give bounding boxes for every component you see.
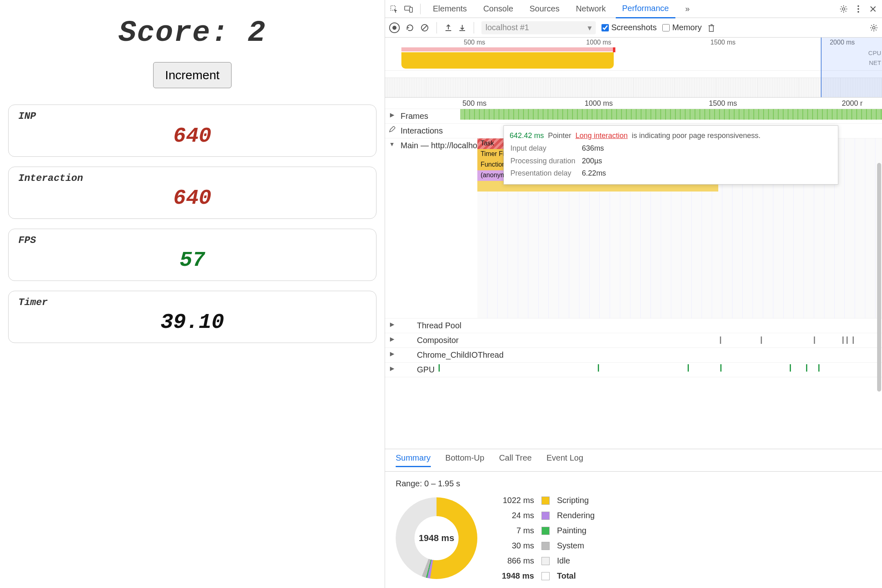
gc-icon[interactable] [707,23,715,32]
cpu-scripting-blob [401,52,614,69]
tooltip-long-interaction-link[interactable]: Long interaction [575,131,628,140]
svg-point-4 [858,5,859,7]
memory-checkbox[interactable]: Memory [662,23,702,32]
compositor-track[interactable]: ▶ Compositor [385,333,882,348]
summary-tab-calltree[interactable]: Call Tree [499,453,532,467]
collapse-icon[interactable]: ▼ [385,138,399,147]
summary-donut: 1948 ms [396,497,477,579]
metric-card-fps: FPS 57 [8,229,376,281]
svg-rect-2 [410,7,412,12]
svg-line-9 [422,25,427,30]
overview-thumbnails [385,78,882,97]
frames-track[interactable]: ▶ Frames [385,109,882,124]
record-button[interactable] [389,22,400,33]
tt-v: 200µs [582,155,606,167]
legend-swatch [541,527,550,535]
svg-point-7 [392,26,396,30]
summary-tabs: Summary Bottom-Up Call Tree Event Log [385,449,882,472]
legend-ms: 24 ms [502,511,534,520]
gear-icon[interactable] [838,3,849,15]
legend-ms: 1022 ms [502,496,534,505]
expand-icon[interactable]: ▶ [385,109,399,123]
legend-ms: 30 ms [502,541,534,550]
screenshots-checkbox-input[interactable] [601,24,609,31]
tab-network[interactable]: Network [569,0,612,18]
kebab-icon[interactable] [853,3,864,15]
scrollbar[interactable] [877,163,881,392]
svg-rect-10 [709,26,713,31]
ruler-tick: 1500 ms [710,39,735,46]
metric-value: 640 [18,124,366,148]
child-io-track[interactable]: ▶ Chrome_ChildIOThread [385,348,882,363]
expand-icon[interactable]: ▶ [385,348,399,362]
metric-value: 39.10 [18,310,366,334]
divider [437,22,437,33]
overview-cpu [385,47,882,70]
tab-sources[interactable]: Sources [523,0,566,18]
summary-tab-bottomup[interactable]: Bottom-Up [445,453,485,467]
metric-card-timer: Timer 39.10 [8,291,376,343]
ruler-tick: 500 ms [463,99,487,108]
upload-icon[interactable] [444,24,452,32]
summary-tab-summary[interactable]: Summary [396,453,431,467]
profile-selector[interactable]: localhost #1 ▾ [481,21,596,34]
metric-label: INP [18,111,366,122]
increment-button[interactable]: Increment [153,62,231,88]
long-task-marker [613,47,615,52]
edit-icon[interactable] [385,124,399,138]
tab-performance[interactable]: Performance [616,0,676,18]
expand-icon[interactable]: ▶ [385,318,399,333]
metric-label: Interaction [18,173,366,184]
clear-button[interactable] [420,23,429,32]
metric-label: FPS [18,235,366,246]
interactions-track[interactable]: Interactions 642.42 ms Pointer Long inte… [385,124,882,138]
perf-toolbar: localhost #1 ▾ Screenshots Memory [385,18,882,38]
frames-label: Frames [399,109,460,123]
overview-strip[interactable]: 500 ms 1000 ms 1500 ms 2000 ms CPU NET [385,38,882,98]
expand-icon[interactable]: ▶ [385,333,399,347]
capture-settings-gear-icon[interactable] [870,24,878,32]
tab-more[interactable]: » [679,0,696,18]
legend-name: Total [557,571,595,581]
profile-selector-value: localhost #1 [486,23,529,32]
legend-swatch [541,497,550,505]
devtools-pane: Elements Console Sources Network Perform… [385,0,882,588]
ruler-tick: 500 ms [464,39,485,46]
svg-point-3 [842,8,845,10]
tab-console[interactable]: Console [477,0,519,18]
legend-name: Scripting [557,496,595,505]
tab-elements[interactable]: Elements [426,0,473,18]
expand-icon[interactable]: ▶ [385,363,399,377]
metric-card-interaction: Interaction 640 [8,167,376,219]
legend-ms: 7 ms [502,526,534,535]
metric-card-inp: INP 640 [8,105,376,157]
frames-body [460,109,882,120]
memory-label: Memory [672,23,702,32]
metric-value: 57 [18,248,366,272]
memory-checkbox-input[interactable] [662,24,670,31]
metric-value: 640 [18,186,366,210]
thread-pool-track[interactable]: ▶ Thread Pool [385,318,882,333]
gpu-track[interactable]: ▶ GPU [385,363,882,377]
track-body [461,318,882,333]
score-heading: Score: 2 [118,16,266,50]
gpu-body [434,363,882,373]
compositor-label: Compositor [399,333,459,347]
flame-chart[interactable]: 500 ms 1000 ms 1500 ms 2000 r ▶ Frames I… [385,98,882,449]
tt-k: Input delay [510,143,581,154]
ruler-tick: 1000 ms [586,39,611,46]
legend-name: Painting [557,526,595,535]
ruler-tick: 1500 ms [709,99,737,108]
inspect-icon[interactable] [388,3,400,15]
interactions-label: Interactions [399,124,443,138]
reload-record-button[interactable] [405,23,414,32]
svg-point-5 [858,8,859,10]
download-icon[interactable] [458,24,466,32]
metric-cards: INP 640 Interaction 640 FPS 57 Timer 39.… [8,105,376,343]
overview-selection[interactable] [821,38,882,97]
close-icon[interactable] [867,3,879,15]
summary-tab-eventlog[interactable]: Event Log [546,453,583,467]
screenshots-checkbox[interactable]: Screenshots [601,23,657,32]
device-toggle-icon[interactable] [403,3,414,15]
tooltip-table: Input delay636ms Processing duration200µ… [510,142,607,180]
